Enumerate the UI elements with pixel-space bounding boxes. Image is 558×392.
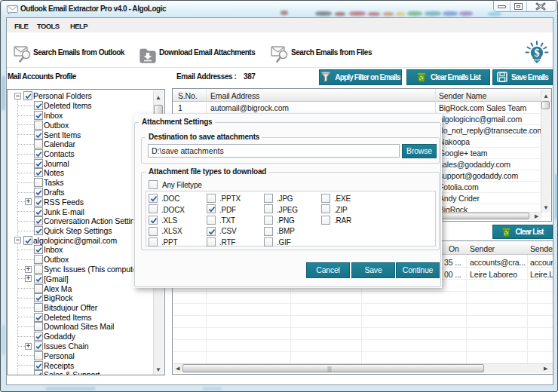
- svg-text:$: $: [535, 47, 540, 59]
